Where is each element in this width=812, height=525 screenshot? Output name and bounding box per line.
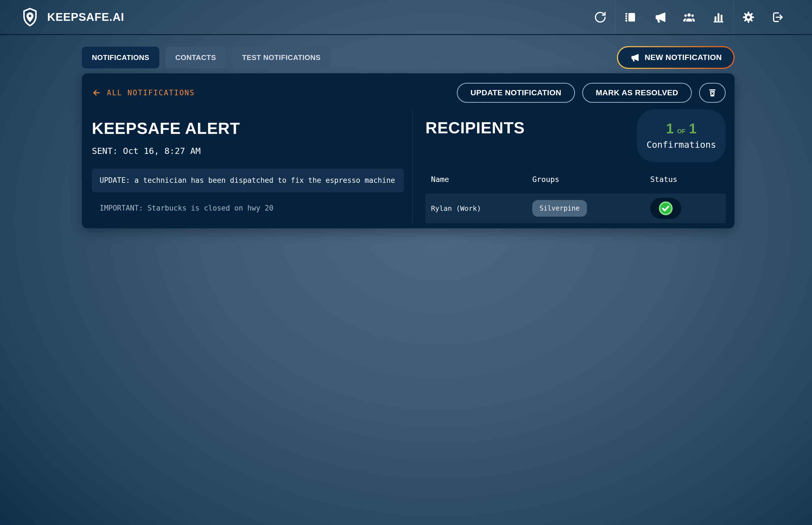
- tab-notifications-label: NOTIFICATIONS: [92, 53, 149, 62]
- recipient-row: Rylan (Work) Silverpine: [425, 194, 726, 223]
- tab-notifications[interactable]: NOTIFICATIONS: [82, 47, 159, 68]
- update-notification-button[interactable]: UPDATE NOTIFICATION: [457, 83, 575, 103]
- topbar-actions: [585, 0, 793, 34]
- alert-details-column: KEEPSAFE ALERT SENT: Oct 16, 8:27 AM UPD…: [92, 109, 412, 223]
- trash-x-icon: [708, 88, 717, 97]
- shield-pin-logo-icon: [21, 7, 39, 27]
- analytics-button[interactable]: [704, 0, 733, 34]
- announcements-button[interactable]: [645, 0, 674, 34]
- tab-contacts[interactable]: CONTACTS: [166, 47, 226, 68]
- recipient-group-chip: Silverpine: [532, 200, 587, 217]
- tab-test-notifications[interactable]: TEST NOTIFICATIONS: [232, 47, 330, 68]
- logout-icon: [771, 11, 784, 24]
- recipient-name: Rylan (Work): [431, 205, 532, 212]
- sent-timestamp: SENT: Oct 16, 8:27 AM: [92, 146, 412, 156]
- mark-as-resolved-button[interactable]: MARK AS RESOLVED: [582, 83, 692, 103]
- confirmations-label: Confirmations: [646, 139, 716, 150]
- users-icon: [683, 11, 696, 24]
- notification-message-original: IMPORTANT: Starbucks is closed on hwy 20: [92, 204, 412, 212]
- topbar: KEEPSAFE.AI: [0, 0, 812, 35]
- new-notification-button[interactable]: NEW NOTIFICATION: [617, 46, 735, 69]
- recipients-column: RECIPIENTS 1 OF 1 Confirmations Name Gro…: [412, 109, 726, 223]
- recipients-title: RECIPIENTS: [425, 118, 525, 137]
- card-actions: UPDATE NOTIFICATION MARK AS RESOLVED: [457, 83, 726, 103]
- arrow-left-icon: [92, 88, 101, 97]
- notification-detail-card: ALL NOTIFICATIONS UPDATE NOTIFICATION MA…: [82, 73, 735, 228]
- delete-notification-button[interactable]: [699, 83, 726, 103]
- total-count: 1: [689, 122, 697, 136]
- brand: KEEPSAFE.AI: [21, 7, 124, 27]
- refresh-icon: [594, 11, 607, 24]
- tab-test-notifications-label: TEST NOTIFICATIONS: [242, 53, 321, 62]
- column-header-status: Status: [650, 175, 726, 184]
- column-header-groups: Groups: [532, 175, 650, 184]
- confirmations-count: 1 OF 1: [666, 122, 697, 136]
- gear-icon: [742, 11, 755, 24]
- megaphone-icon: [630, 53, 639, 62]
- tab-contacts-label: CONTACTS: [175, 53, 216, 62]
- confirmations-badge: 1 OF 1 Confirmations: [637, 109, 726, 162]
- back-link-label: ALL NOTIFICATIONS: [107, 89, 195, 97]
- settings-button[interactable]: [734, 0, 763, 34]
- brand-name: KEEPSAFE.AI: [47, 11, 124, 23]
- bar-chart-icon: [712, 11, 725, 24]
- recipients-table: Name Groups Status Rylan (Work) Silverpi…: [425, 175, 726, 223]
- new-notification-label: NEW NOTIFICATION: [645, 53, 722, 62]
- alert-title: KEEPSAFE ALERT: [92, 119, 412, 137]
- recipients-table-header: Name Groups Status: [425, 175, 726, 184]
- mark-as-resolved-label: MARK AS RESOLVED: [596, 88, 678, 97]
- confirmed-count: 1: [666, 122, 674, 136]
- tabs-row: NOTIFICATIONS CONTACTS TEST NOTIFICATION…: [82, 46, 735, 69]
- notifications-list-button[interactable]: [615, 0, 645, 34]
- layout-list-icon: [624, 11, 637, 24]
- logout-button[interactable]: [763, 0, 793, 34]
- column-header-name: Name: [431, 175, 532, 184]
- update-notification-label: UPDATE NOTIFICATION: [470, 88, 561, 97]
- refresh-button[interactable]: [585, 0, 615, 34]
- megaphone-icon: [653, 11, 666, 24]
- notification-message-update: UPDATE: a technician has been dispatched…: [92, 169, 404, 192]
- back-to-all-notifications-link[interactable]: ALL NOTIFICATIONS: [92, 88, 195, 97]
- card-header: ALL NOTIFICATIONS UPDATE NOTIFICATION MA…: [92, 83, 726, 103]
- of-label: OF: [677, 128, 686, 135]
- card-body: KEEPSAFE ALERT SENT: Oct 16, 8:27 AM UPD…: [92, 109, 726, 223]
- check-circle-icon: [658, 200, 673, 216]
- recipient-status-pill: [650, 198, 681, 219]
- contacts-button[interactable]: [674, 0, 704, 34]
- recipients-header: RECIPIENTS 1 OF 1 Confirmations: [425, 109, 726, 162]
